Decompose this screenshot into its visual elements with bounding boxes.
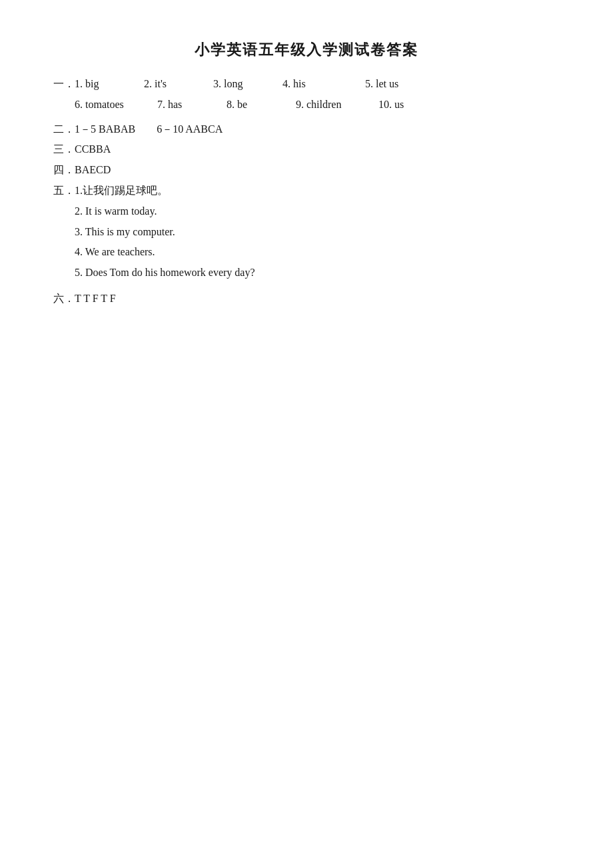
section-liu: 六． T T F T F	[53, 289, 560, 309]
section-san-content: CCBBA	[75, 140, 560, 159]
answer-item: 3. long	[213, 75, 267, 94]
section-er: 二． 1－5 BABAB 6－10 AABCA	[53, 120, 560, 139]
list-item: 3. This is my computer.	[75, 223, 560, 242]
answer-item: 9. children	[296, 95, 362, 115]
section-yi-label: 一．	[53, 75, 75, 94]
answer-item: 10. us	[378, 95, 404, 115]
section-yi-row2: 6. tomatoes7. has8. be9. children10. us	[75, 95, 560, 115]
answer-row-2: 6. tomatoes7. has8. be9. children10. us	[75, 95, 560, 115]
section-yi-spacer	[53, 95, 75, 115]
section-si-content: BAECD	[75, 161, 560, 180]
section-san: 三． CCBBA	[53, 140, 560, 159]
section-liu-label: 六．	[53, 289, 75, 309]
section-liu-content: T T F T F	[75, 289, 560, 309]
list-item: 4. We are teachers.	[75, 243, 560, 262]
list-item: 5. Does Tom do his homework every day?	[75, 263, 560, 283]
section-yi: 一． 1. big2. it's3. long4. his5. let us 6…	[53, 75, 560, 115]
answer-item: 6. tomatoes	[75, 95, 141, 115]
list-item: 1.让我们踢足球吧。	[75, 181, 560, 201]
answer-item: 8. be	[227, 95, 280, 115]
section-er-label: 二．	[53, 120, 75, 139]
answer-item: 7. has	[157, 95, 211, 115]
answer-row-1: 1. big2. it's3. long4. his5. let us	[75, 75, 560, 94]
section-er-part2: 6－10 AABCA	[157, 123, 223, 135]
answer-item: 5. let us	[365, 75, 398, 94]
section-yi-row1: 1. big2. it's3. long4. his5. let us	[75, 75, 560, 94]
answer-item: 4. his	[283, 75, 349, 94]
list-item: 2. It is warm today.	[75, 202, 560, 221]
answer-item: 2. it's	[144, 75, 197, 94]
section-er-content: 1－5 BABAB 6－10 AABCA	[75, 120, 560, 139]
section-wu-label: 五．	[53, 181, 75, 201]
answer-item: 1. big	[75, 75, 128, 94]
section-er-part1: 1－5 BABAB	[75, 123, 135, 135]
section-er-gap	[138, 123, 154, 135]
section-wu-items: 1.让我们踢足球吧。2. It is warm today.3. This is…	[75, 181, 560, 284]
section-si-label: 四．	[53, 161, 75, 180]
section-san-label: 三．	[53, 140, 75, 159]
section-si: 四． BAECD	[53, 161, 560, 180]
section-wu: 五． 1.让我们踢足球吧。2. It is warm today.3. This…	[53, 181, 560, 284]
page-title: 小学英语五年级入学测试卷答案	[53, 40, 560, 60]
